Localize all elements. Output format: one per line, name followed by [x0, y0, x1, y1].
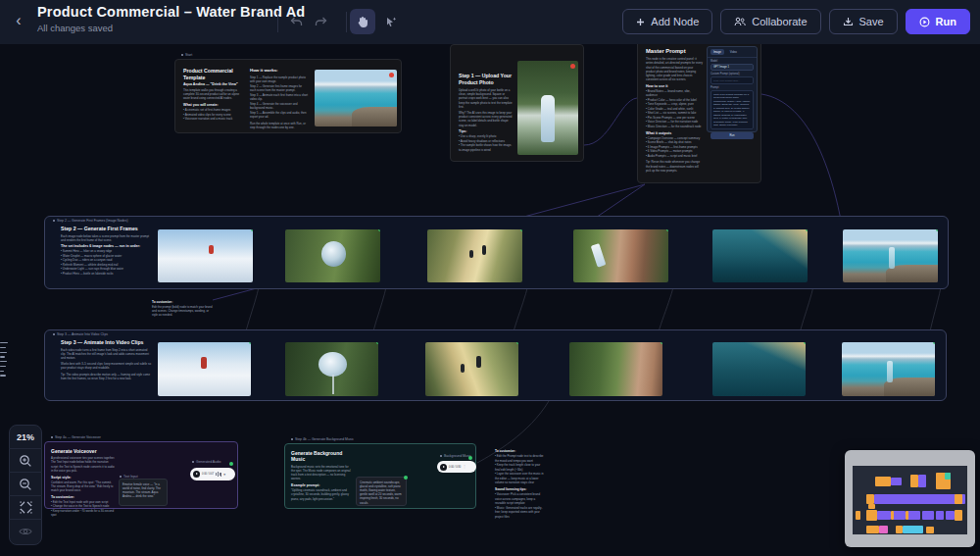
canvas-stage[interactable]: ‹ Product Commercial – Water Brand Ad Al…	[0, 0, 980, 556]
customize-note[interactable]: To customize: Edit the prompt (bold) nod…	[152, 297, 213, 319]
minimap-node	[945, 473, 951, 480]
minimap-node	[891, 511, 894, 520]
shot4-refresh-moment-image[interactable]: Shot 4 — Refresh Moment	[573, 229, 668, 282]
output-port[interactable]	[520, 229, 522, 231]
voiceover-node[interactable]: Step 4a — Generate Voiceover Generate Vo…	[44, 441, 238, 509]
step1-text-column: Step 1 — Upload Your Product Photo Uploa…	[459, 73, 513, 152]
minimap-node	[918, 475, 926, 487]
master-prompt-node[interactable]: Master Prompt This node is the creative …	[637, 39, 761, 183]
node-tag: Step 4b — Generate Background Music	[291, 437, 354, 441]
prompt-form-panel[interactable]: Image Video Model GPT Image 1 Custom Pro…	[707, 46, 758, 132]
output-port[interactable]	[376, 342, 378, 344]
output-port[interactable]	[804, 342, 806, 344]
output-port[interactable]	[378, 229, 380, 231]
minimap-node	[910, 475, 918, 487]
output-port[interactable]	[806, 229, 808, 231]
master-outputs-title: What it outputs	[646, 131, 703, 135]
music-node[interactable]: Step 4b — Generate Background Music Gene…	[284, 443, 476, 509]
minimap-node	[946, 511, 955, 520]
tab-video[interactable]: Video	[727, 49, 740, 55]
step3-group-node[interactable]: Step 3 — Animate Into Video Clips Step 3…	[44, 329, 947, 401]
delete-dot[interactable]	[389, 73, 394, 77]
output-port[interactable]	[251, 229, 253, 231]
group-tag: Step 3 — Animate Into Video Clips	[53, 332, 108, 336]
master-how-title: How to use it	[646, 84, 703, 88]
model-select[interactable]: GPT Image 1	[710, 64, 754, 71]
menu-icon[interactable]: ⋮	[463, 465, 466, 469]
toggle-visibility-button[interactable]	[9, 520, 42, 543]
hand-tool-button[interactable]	[350, 9, 375, 34]
output-port[interactable]	[404, 476, 408, 480]
step2-text-block: Step 2 — Generate First Frames Each imag…	[61, 226, 151, 276]
product-photo-image[interactable]: Product Photo	[517, 61, 578, 155]
shot6-product-hero-image[interactable]: Shot 6 — Product Hero	[843, 229, 938, 282]
scene4-rolling-focus-video[interactable]: Scene 4 — Rolling Focus	[569, 342, 662, 396]
minimap-node	[903, 526, 923, 533]
player-time: 0:00 / 0:30	[449, 466, 461, 469]
scene2-droplet-orbit-video[interactable]: Scene 2 — Droplet Orbit	[285, 342, 378, 396]
undo-button[interactable]	[285, 11, 307, 32]
step2-list-title: The set includes 6 image nodes — run in …	[61, 244, 151, 248]
collaborate-button[interactable]: Collaborate	[720, 9, 820, 34]
form-run-button[interactable]: Run	[710, 132, 754, 139]
sound-tips-note[interactable]: To customize: • Edit the Prompt node tex…	[495, 449, 546, 519]
custom-prompt-input[interactable]: Type your prompt here...	[710, 76, 754, 84]
scene3-canyon-ride-video[interactable]: Scene 3 — Canyon Ride	[425, 342, 518, 396]
prompt-textarea[interactable]: Write a full prompt package for a 30-sec…	[710, 90, 754, 129]
shot5-underwater-light-image[interactable]: Shot 5 — Underwater Light	[712, 229, 808, 282]
add-node-label: Add Node	[651, 16, 699, 27]
tab-image[interactable]: Image	[710, 49, 724, 55]
minimap-node	[877, 511, 891, 520]
shot1-summit-hero-image[interactable]: Shot 1 — Summit Hero	[158, 229, 253, 282]
output-port[interactable]	[249, 342, 251, 344]
shot2-water-droplet-image[interactable]: Shot 2 — Water Droplet	[285, 229, 380, 282]
redo-button[interactable]	[310, 11, 331, 32]
voiceover-audio-player[interactable]: 0:00 / 0:07 ▾	[190, 468, 235, 480]
music-paragraph: Background music sets the emotional tone…	[291, 465, 352, 481]
template-node[interactable]: Start Product Commercial Template Aqua A…	[174, 59, 402, 133]
waveform	[216, 472, 221, 477]
output-port[interactable]	[516, 342, 518, 344]
back-button[interactable]: ‹	[10, 6, 27, 35]
minimap[interactable]	[845, 450, 975, 547]
step2-group-node[interactable]: Step 2 — Generate First Frames (Image No…	[44, 216, 949, 289]
select-ai-tool-button[interactable]	[377, 9, 403, 34]
music-prompt-box[interactable]: Cinematic ambient soundscape, glacial an…	[356, 477, 407, 506]
play-button[interactable]	[440, 464, 447, 471]
scene6-lake-reveal-video[interactable]: Scene 6 — Lake Reveal	[842, 342, 935, 396]
run-button[interactable]: Run	[906, 9, 970, 34]
template-preview-image[interactable]: Preview — Final Frame	[315, 70, 397, 126]
voiceover-text-block: Generate Voiceover A professional voiceo…	[51, 448, 116, 518]
minimap-node	[866, 526, 879, 533]
scene5-light-rays-video[interactable]: Scene 5 — Light Rays	[712, 342, 806, 396]
zoom-out-button[interactable]	[9, 473, 42, 496]
output-port[interactable]	[666, 229, 668, 231]
zoom-in-button[interactable]	[9, 449, 42, 473]
step1-node[interactable]: Step 1 — Upload Your Product Photo Step …	[450, 44, 584, 162]
delete-dot[interactable]	[570, 64, 575, 69]
prompt-label: Prompt	[710, 86, 754, 89]
template-how-column: How it works: Step 1 — Replace the sampl…	[250, 68, 309, 131]
shot3-cycling-duo-image[interactable]: Shot 3 — Cycling Duo	[427, 229, 522, 282]
play-button[interactable]	[193, 471, 200, 478]
music-audio-player[interactable]: 0:00 / 0:30 ⋮	[437, 461, 476, 473]
volume-icon[interactable]: ▾	[223, 473, 225, 477]
player-time: 0:00 / 0:07	[202, 473, 214, 476]
voiceover-prompt-box[interactable]: Text Input Emotive female voice — "In a …	[119, 479, 168, 506]
step2-paragraph: Each image node below takes a scene prom…	[61, 234, 151, 242]
music-prompt-text: Cinematic ambient soundscape, glacial an…	[360, 480, 403, 505]
output-port[interactable]	[468, 456, 472, 460]
template-subtitle: Aqua Andina — "Drink the View"	[183, 82, 242, 86]
top-bar: ‹ Product Commercial – Water Brand Ad Al…	[0, 0, 980, 44]
fit-view-button[interactable]	[9, 496, 42, 520]
output-port[interactable]	[936, 229, 938, 231]
voiceover-prompt-text: Emotive female voice — "In a world of no…	[122, 482, 164, 499]
add-node-button[interactable]: Add Node	[622, 9, 712, 34]
output-port[interactable]	[933, 342, 935, 344]
output-port[interactable]	[661, 342, 662, 344]
model-label: Model	[710, 60, 754, 63]
run-label: Run	[936, 16, 956, 27]
output-port[interactable]	[229, 462, 233, 466]
save-button[interactable]: Save	[829, 9, 898, 34]
scene1-hero-pan-video[interactable]: Scene 1 — Hero Pan	[158, 342, 251, 396]
